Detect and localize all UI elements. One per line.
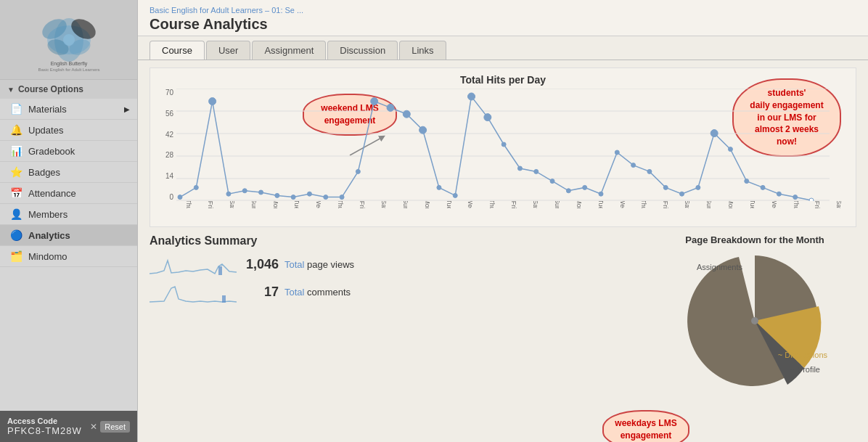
svg-point-31 — [419, 126, 427, 134]
x-label: Thu — [185, 201, 192, 208]
summary-pageviews-number: 1,046 — [242, 257, 279, 272]
y-axis: 0 14 28 42 56 70 — [156, 89, 176, 201]
y-label-70: 70 — [156, 89, 173, 97]
sparkline-pageviews — [150, 253, 237, 275]
summary-row-pageviews: 1,046 Total page views — [150, 253, 646, 275]
x-label: Mon — [727, 201, 734, 208]
svg-point-49 — [711, 130, 718, 137]
sidebar-item-label-badges: Badges — [28, 167, 60, 178]
summary-comments-label: Total comments — [284, 287, 351, 298]
analytics-summary: Analytics Summary 1,046 Total page views — [150, 234, 646, 435]
svg-point-24 — [307, 192, 311, 196]
x-label: Sat — [835, 201, 843, 208]
tab-discussion[interactable]: Discussion — [327, 41, 398, 60]
sidebar-item-label-analytics: Analytics — [28, 230, 70, 241]
access-code-value: PFKC8-TM28W — [7, 425, 82, 436]
x-label: Tue — [749, 201, 756, 208]
sidebar-item-label-updates: Updates — [28, 125, 63, 136]
x-label: Sun — [402, 201, 409, 208]
chevron-right-icon: ▶ — [124, 105, 130, 113]
line-chart-svg — [176, 89, 850, 201]
access-code-close[interactable]: ✕ — [90, 422, 97, 432]
sidebar: English Butterfly Basic English for Adul… — [0, 0, 138, 442]
svg-point-39 — [550, 179, 554, 184]
access-code-reset[interactable]: Reset — [100, 421, 130, 433]
sidebar-item-attendance[interactable]: 📅 Attendance — [0, 183, 137, 204]
x-label: Wed — [618, 201, 626, 208]
svg-point-40 — [566, 189, 570, 193]
x-label: Fri — [510, 201, 517, 208]
svg-point-52 — [761, 185, 765, 189]
course-options-header[interactable]: ▼ Course Options — [0, 80, 137, 99]
x-label: Sat — [532, 201, 539, 208]
x-label: Tue — [445, 201, 452, 208]
members-icon: 👤 — [10, 208, 22, 220]
breadcrumb[interactable]: Basic English for Adult Learners – 01: S… — [150, 6, 303, 15]
summary-row-comments: 17 Total comments — [150, 281, 646, 303]
weekdays-callout: weekdays LMSengagement — [602, 410, 689, 442]
svg-point-32 — [437, 185, 441, 189]
x-label: Fri — [207, 201, 214, 208]
pie-label-profile: ~ Profile — [790, 365, 820, 374]
sidebar-item-label-gradebook: Gradebook — [28, 146, 75, 157]
sidebar-item-label-members: Members — [28, 209, 67, 220]
svg-point-22 — [275, 193, 279, 197]
svg-point-46 — [663, 185, 668, 189]
x-label: Fri — [662, 201, 669, 208]
x-label: Mon — [424, 201, 431, 208]
chart-area: 0 14 28 42 56 70 — [156, 89, 850, 201]
y-label-28: 28 — [156, 151, 173, 159]
mindomo-icon: 🗂️ — [10, 250, 22, 262]
svg-marker-57 — [222, 295, 226, 303]
svg-point-23 — [291, 195, 295, 200]
sidebar-item-materials[interactable]: 📄 Materials ▶ — [0, 99, 137, 120]
svg-point-6 — [63, 34, 75, 46]
sidebar-item-updates[interactable]: 🔔 Updates — [0, 120, 137, 141]
sidebar-item-label-attendance: Attendance — [28, 188, 76, 199]
y-label-0: 0 — [156, 193, 173, 201]
y-label-56: 56 — [156, 110, 173, 118]
pie-chart-title: Page Breakdown for the Month — [653, 234, 856, 245]
x-label: Tue — [293, 201, 300, 208]
bottom-section: Analytics Summary 1,046 Total page views — [150, 234, 856, 435]
tabs-bar: Course User Assignment Discussion Links — [138, 36, 868, 60]
x-label: Wed — [315, 201, 322, 208]
sidebar-item-label-materials: Materials — [28, 104, 67, 115]
sparkline-comments — [150, 281, 237, 303]
pie-label-assignments: Assignments — [697, 263, 742, 271]
x-label: Sat — [684, 201, 691, 208]
x-label: Mon — [576, 201, 583, 208]
x-label: Tue — [597, 201, 605, 208]
x-label: Wed — [771, 201, 778, 208]
sidebar-item-badges[interactable]: ⭐ Badges — [0, 162, 137, 183]
tab-links[interactable]: Links — [399, 41, 446, 60]
line-chart-section: Total Hits per Day weekend LMSengagement… — [150, 67, 856, 227]
svg-point-27 — [356, 169, 360, 173]
svg-point-47 — [680, 192, 684, 196]
svg-point-41 — [583, 185, 587, 189]
x-label: Sat — [380, 201, 388, 208]
sidebar-item-analytics[interactable]: 🔵 Analytics — [0, 225, 137, 246]
x-label: Sun — [705, 201, 713, 208]
attendance-icon: 📅 — [10, 187, 22, 199]
tab-user[interactable]: User — [206, 41, 250, 60]
sidebar-item-gradebook[interactable]: 📊 Gradebook — [0, 141, 137, 162]
x-label: Thu — [337, 201, 344, 208]
sidebar-item-mindomo[interactable]: 🗂️ Mindomo — [0, 246, 137, 267]
x-label: Thu — [792, 201, 799, 208]
course-options-label: Course Options — [18, 84, 83, 94]
badges-icon: ⭐ — [10, 166, 22, 178]
tab-course[interactable]: Course — [150, 41, 205, 60]
svg-point-48 — [696, 185, 700, 189]
x-label: Sat — [229, 201, 236, 208]
materials-icon: 📄 — [10, 103, 22, 115]
tab-assignment[interactable]: Assignment — [252, 41, 326, 60]
page-title: Course Analytics — [150, 16, 303, 33]
sidebar-item-members[interactable]: 👤 Members — [0, 204, 137, 225]
svg-point-45 — [647, 169, 652, 173]
svg-point-35 — [484, 114, 491, 121]
svg-point-44 — [631, 163, 636, 168]
svg-point-36 — [501, 142, 506, 147]
x-label: Sun — [250, 201, 258, 208]
svg-point-53 — [777, 192, 781, 196]
